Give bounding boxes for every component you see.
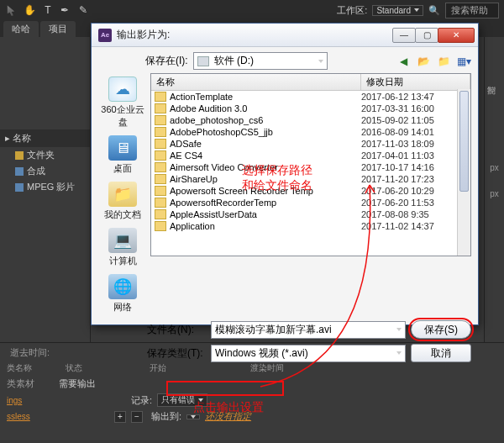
output-target-link[interactable]: 还没有指定	[205, 410, 251, 423]
filetype-combo[interactable]: Windows 视频 (*.avi)	[211, 345, 406, 362]
file-list[interactable]: ActionTemplate2017-06-12 13:47Adobe Audi…	[151, 91, 470, 256]
link-ssless[interactable]: ssless	[7, 412, 54, 421]
search-help-input[interactable]: 搜索帮助	[445, 3, 499, 18]
chevron-down-icon	[191, 415, 196, 419]
file-row[interactable]: ADSafe2017-11-03 18:09	[151, 138, 470, 150]
scrollbar-thumb[interactable]	[459, 91, 469, 192]
cancel-button[interactable]: 取消	[411, 344, 471, 362]
place-network[interactable]: 🌐网络	[99, 271, 146, 315]
file-row[interactable]: AE CS42017-04-01 11:03	[151, 150, 470, 161]
hand-tool-icon[interactable]: ✋	[24, 4, 35, 16]
file-date: 2017-11-02 14:37	[361, 221, 467, 231]
desktop-icon: 🖥	[108, 135, 137, 161]
chevron-down-icon	[198, 398, 203, 402]
project-column-name: ▸ 名称	[0, 129, 90, 147]
file-date: 2017-08-08 9:35	[361, 209, 467, 219]
output-to-menu[interactable]	[186, 414, 200, 419]
file-row[interactable]: Adobe Audition 3.02017-03-31 16:00	[151, 103, 470, 114]
file-date: 2016-08-09 14:01	[361, 127, 467, 137]
workspace-selector[interactable]: Standard	[372, 5, 423, 16]
maximize-button[interactable]: ▢	[415, 28, 438, 43]
folder-icon	[155, 115, 166, 125]
network-icon: 🌐	[108, 274, 137, 299]
drive-label: 软件 (D:)	[214, 54, 254, 68]
column-header-date[interactable]: 修改日期	[361, 74, 470, 90]
record-selector[interactable]: 只有错误	[157, 393, 207, 407]
scrollbar[interactable]	[457, 89, 470, 256]
link-ings[interactable]: ings	[7, 396, 54, 405]
video-icon	[15, 183, 24, 192]
folder-icon	[155, 92, 166, 102]
file-date: 2017-10-17 14:16	[361, 162, 467, 172]
file-date: 2017-11-03 18:09	[361, 139, 467, 149]
project-item-comp[interactable]: 合成	[0, 163, 90, 179]
file-row[interactable]: Apowersoft Screen Recorder Temp2017-06-2…	[151, 185, 470, 197]
tab-haha[interactable]: 哈哈	[3, 21, 39, 37]
text-tool-icon[interactable]: T	[42, 4, 54, 16]
place-computer[interactable]: 💻计算机	[99, 224, 146, 269]
dialog-title: 输出影片为:	[117, 28, 170, 42]
folder-icon	[155, 209, 166, 219]
file-date: 2017-03-31 16:00	[361, 103, 467, 113]
file-date: 2017-06-20 11:53	[361, 198, 467, 208]
tab-project[interactable]: 项目	[40, 21, 76, 37]
file-name: AirShareUp	[170, 174, 361, 184]
render-item-name[interactable]: 类素材	[7, 377, 54, 390]
back-icon[interactable]: ◀	[396, 54, 411, 69]
workspace-value: Standard	[376, 6, 411, 15]
render-item-status: 需要输出	[59, 377, 96, 390]
add-output-button[interactable]: +	[114, 411, 126, 423]
brush-tool-icon[interactable]: ✎	[79, 4, 91, 16]
place-desktop[interactable]: 🖥桌面	[99, 132, 146, 177]
file-row[interactable]: Aimersoft Video Converter2017-10-17 14:1…	[151, 161, 470, 173]
file-row[interactable]: ActionTemplate2017-06-12 13:47	[151, 91, 470, 103]
project-item-folder[interactable]: 文件夹	[0, 147, 90, 163]
pointer-tool-icon[interactable]	[5, 4, 17, 16]
search-help-icon: 🔍	[428, 5, 440, 16]
place-cloud[interactable]: ☁360企业云盘	[99, 73, 146, 130]
save-button[interactable]: 保存(S)	[411, 320, 471, 339]
record-label: 记录:	[131, 394, 152, 407]
column-header-name[interactable]: 名称	[151, 74, 361, 90]
file-row[interactable]: ApowersoftRecorderTemp2017-06-20 11:53	[151, 197, 470, 208]
minimize-button[interactable]: —	[392, 28, 416, 43]
close-button[interactable]: ✕	[438, 28, 475, 43]
file-date: 2015-09-02 11:05	[361, 115, 467, 125]
folder-icon	[155, 127, 166, 137]
file-row[interactable]: AppleAssistUserData2017-08-08 9:35	[151, 208, 470, 220]
chevron-down-icon	[396, 328, 402, 331]
folder-icon	[155, 150, 166, 161]
right-panel: 控制 px px	[484, 37, 504, 342]
col-status: 状态	[66, 362, 82, 374]
place-mydocs[interactable]: 📁我的文档	[99, 178, 146, 223]
file-row[interactable]: Application2017-11-02 14:37	[151, 220, 470, 232]
col-name: 类名称	[7, 362, 32, 374]
project-panel: ▸ 名称 文件夹 合成 MPEG 影片	[0, 37, 91, 342]
save-in-combo[interactable]: 软件 (D:)	[193, 52, 328, 70]
file-row[interactable]: AdobePhotoshopCS5_jjb2016-08-09 14:01	[151, 126, 470, 138]
px-label-2: px	[485, 189, 504, 198]
file-name: ActionTemplate	[170, 92, 361, 102]
computer-icon: 💻	[108, 228, 137, 253]
file-row[interactable]: adobe_photoshop_cs62015-09-02 11:05	[151, 114, 470, 126]
file-list-pane: 名称 修改日期 ActionTemplate2017-06-12 13:47Ad…	[150, 73, 471, 256]
filename-input[interactable]: 模糊滚动字幕加新字幕.avi	[211, 321, 406, 339]
save-dialog: Ae 输出影片为: — ▢ ✕ 保存在(I): 软件 (D:) ◀ 📂 📁 ▦▾…	[91, 23, 479, 325]
file-name: Apowersoft Screen Recorder Temp	[170, 186, 361, 196]
remove-output-button[interactable]: −	[131, 411, 143, 423]
project-item-mpeg[interactable]: MPEG 影片	[0, 179, 90, 195]
cloud-icon: ☁	[108, 76, 137, 102]
new-folder-icon[interactable]: 📁	[436, 54, 451, 69]
composition-icon	[15, 167, 24, 176]
file-date: 2017-06-20 10:29	[361, 186, 467, 196]
pen-tool-icon[interactable]: ✒	[60, 4, 72, 16]
file-date: 2017-06-12 13:47	[361, 92, 467, 102]
folder-icon	[155, 139, 166, 149]
drive-icon	[197, 56, 209, 66]
dialog-titlebar[interactable]: Ae 输出影片为: — ▢ ✕	[92, 24, 478, 47]
file-name: Aimersoft Video Converter	[170, 162, 361, 172]
folder-icon	[155, 174, 166, 184]
file-row[interactable]: AirShareUp2017-11-20 17:23	[151, 173, 470, 185]
view-menu-icon[interactable]: ▦▾	[456, 54, 471, 69]
up-icon[interactable]: 📂	[416, 54, 431, 69]
